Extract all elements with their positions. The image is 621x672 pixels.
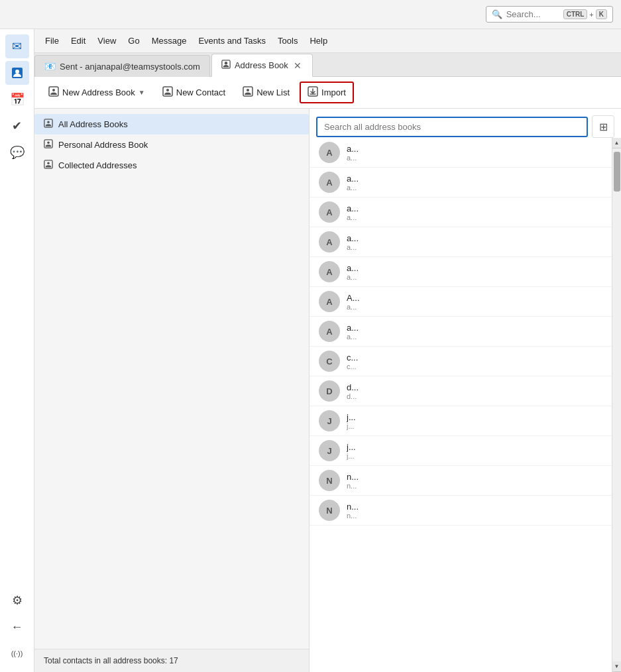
contact-avatar: N [319, 470, 340, 491]
tab-close-button[interactable]: ✕ [292, 60, 303, 71]
contact-search-input[interactable] [324, 122, 580, 132]
dropdown-arrow-icon[interactable]: ▼ [139, 89, 145, 96]
new-contact-button[interactable]: New Contact [155, 82, 233, 103]
contact-search-box[interactable] [316, 117, 588, 137]
ab-collected-label: Collected Addresses [58, 160, 137, 170]
contact-email: d... [347, 392, 359, 400]
contact-row[interactable]: A a... a... [310, 227, 612, 257]
address-book-list: All Address Books Personal Address Book [34, 109, 309, 649]
tab-sent[interactable]: 📧 Sent - anjanapal@teamsystools.com [34, 55, 210, 77]
content-area: All Address Books Personal Address Book [34, 109, 621, 672]
sidebar-icon-settings[interactable]: ⚙ [5, 588, 29, 612]
contact-avatar: J [319, 410, 340, 431]
contact-row[interactable]: N n... n... [310, 466, 612, 496]
contact-row[interactable]: J j... j... [310, 436, 612, 466]
contact-row[interactable]: A a... a... [310, 257, 612, 287]
contact-row[interactable]: D d... d... [310, 376, 612, 406]
contact-avatar: N [319, 500, 340, 521]
contact-email: j... [347, 452, 356, 460]
sidebar-icon-signal[interactable]: ((·)) [5, 642, 29, 665]
tab-bar: 📧 Sent - anjanapal@teamsystools.com Addr… [34, 53, 621, 77]
menu-help[interactable]: Help [304, 33, 333, 48]
new-address-book-button[interactable]: New Address Book ▼ [41, 82, 152, 103]
contact-avatar: A [319, 261, 340, 282]
menu-events-tasks[interactable]: Events and Tasks [193, 33, 271, 48]
contact-row[interactable]: A a... a... [310, 317, 612, 347]
contact-name: c... [347, 353, 358, 363]
contact-email: n... [347, 512, 359, 520]
top-bar: 🔍 CTRL + K [0, 0, 621, 29]
svg-point-7 [166, 89, 169, 91]
contact-row[interactable]: N n... n... [310, 496, 612, 526]
svg-point-1 [15, 70, 19, 74]
ab-all-icon [44, 119, 53, 130]
contact-avatar: A [319, 201, 340, 223]
contact-email: j... [347, 422, 356, 430]
search-icon: 🔍 [492, 9, 502, 19]
sidebar-icon-email[interactable]: ✉ [5, 34, 29, 58]
ab-item-collected[interactable]: Collected Addresses [34, 155, 309, 176]
contact-row[interactable]: A a... a... [310, 168, 612, 197]
tab-addressbook[interactable]: Address Book ✕ [211, 54, 313, 77]
contact-name: a... [347, 233, 359, 243]
svg-point-5 [52, 89, 55, 91]
contact-avatar: J [319, 440, 340, 461]
scroll-down-button[interactable]: ▼ [612, 661, 622, 672]
ab-personal-label: Personal Address Book [58, 140, 148, 150]
contact-name: n... [347, 502, 359, 512]
tab-addressbook-label: Address Book [235, 60, 288, 70]
import-button[interactable]: Import [300, 82, 354, 103]
menu-tools[interactable]: Tools [272, 33, 303, 48]
sidebar-icon-contacts[interactable] [5, 61, 29, 85]
new-contact-icon [162, 86, 173, 99]
new-address-book-label: New Address Book [62, 87, 135, 97]
filter-button[interactable]: ⊞ [592, 115, 614, 138]
sidebar-icon-calendar[interactable]: 📅 [5, 87, 29, 111]
new-list-button[interactable]: New List [235, 82, 297, 103]
svg-point-14 [47, 142, 50, 144]
contact-row[interactable]: C c... c... [310, 347, 612, 376]
scrollbar[interactable]: ▲ ▼ [612, 138, 621, 672]
menu-go[interactable]: Go [123, 33, 144, 48]
contact-email: a... [347, 303, 360, 311]
global-search-box[interactable]: 🔍 CTRL + K [486, 6, 613, 23]
contact-row[interactable]: A A... a... [310, 287, 612, 317]
right-panel: ⊞ A a... a... A a... a... A a... [310, 109, 621, 672]
new-address-book-icon [48, 86, 59, 99]
contact-email: a... [347, 243, 359, 251]
plus-separator: + [589, 11, 593, 19]
tab-addressbook-icon [221, 60, 231, 71]
ab-item-all[interactable]: All Address Books [34, 114, 309, 135]
contact-email: n... [347, 482, 359, 490]
scroll-up-button[interactable]: ▲ [612, 138, 622, 148]
menu-file[interactable]: File [40, 33, 64, 48]
menu-edit[interactable]: Edit [66, 33, 91, 48]
sidebar-icon-chat[interactable]: 💬 [5, 140, 29, 164]
contact-name: A... [347, 293, 360, 303]
svg-point-12 [47, 121, 50, 124]
menu-message[interactable]: Message [146, 33, 192, 48]
sidebar-bottom: ⚙ ← ((·)) [5, 588, 29, 672]
ab-item-personal[interactable]: Personal Address Book [34, 135, 309, 155]
contact-name: a... [347, 144, 359, 154]
contact-name: a... [347, 174, 359, 184]
contact-row[interactable]: A a... a... [310, 197, 612, 227]
contact-list-wrapper: A a... a... A a... a... A a... a... A a.… [310, 138, 621, 672]
contact-row[interactable]: J j... j... [310, 406, 612, 436]
sidebar-icon-tasks[interactable]: ✔ [5, 114, 29, 138]
filter-icon: ⊞ [599, 121, 608, 133]
menu-view[interactable]: View [92, 33, 121, 48]
ctrl-key: CTRL [563, 9, 588, 19]
contact-avatar: A [319, 231, 340, 252]
contact-row[interactable]: A a... a... [310, 138, 612, 168]
contact-email: a... [347, 154, 359, 162]
global-search-input[interactable] [506, 9, 559, 19]
scroll-thumb[interactable] [614, 152, 620, 192]
sidebar-icon-back[interactable]: ← [5, 615, 29, 639]
contact-email: a... [347, 273, 359, 281]
svg-point-3 [225, 62, 227, 64]
k-key: K [596, 9, 607, 19]
new-list-icon [243, 86, 253, 99]
icon-sidebar: ✉ 📅 ✔ 💬 ⚙ ← ((·)) [0, 29, 34, 672]
import-icon [308, 86, 318, 99]
